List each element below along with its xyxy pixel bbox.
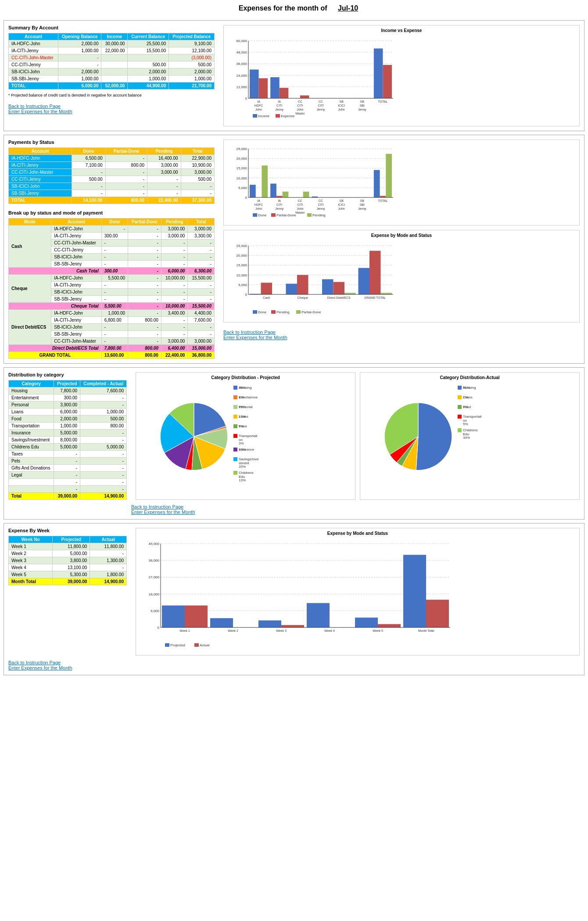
svg-rect-48 [253,114,257,118]
svg-rect-78 [262,165,268,197]
svg-text:25,000: 25,000 [237,244,247,248]
svg-text:CITI: CITI [318,104,323,107]
svg-text:13%: 13% [239,448,246,452]
section-payments: Payments by Status Account Done Partial-… [4,135,584,364]
svg-rect-149 [233,386,237,390]
svg-rect-161 [233,424,237,428]
svg-text:5,000: 5,000 [238,186,247,190]
breakup-title: Break up by status and mode of payment [8,210,219,215]
pcol-total: Total [181,148,214,155]
svg-text:Pending: Pending [276,310,289,314]
svg-text:Done: Done [258,310,267,314]
svg-rect-109 [271,213,276,217]
category-row: Loans6,000.001,000.00 [9,409,127,416]
svg-rect-12 [250,70,259,99]
enter-link-1[interactable]: Enter Expenses for the Month [8,109,72,114]
week-row: Week 111,800.0011,800.00 [9,543,127,550]
svg-text:Jenny: Jenny [275,207,283,211]
svg-text:9,000: 9,000 [151,609,160,613]
pcol-partial: Partial-Done [105,148,147,155]
pcol-done: Done [72,148,105,155]
payments-title: Payments by Status [8,140,219,145]
week-row: Month Total39,000.0014,900.00 [9,578,127,585]
back-link-3[interactable]: Back to Instruction Page [131,504,183,509]
svg-text:51%: 51% [463,386,470,390]
svg-text:ICICI: ICICI [338,104,345,107]
enter-link-3[interactable]: Enter Expenses for the Month [131,509,195,515]
pcol-pending: Pending [147,148,181,155]
enter-link-4[interactable]: Enter Expenses for the Month [8,665,72,670]
svg-text:John: John [338,108,345,111]
svg-text:Actual: Actual [200,643,209,647]
section-summary: Summary By Account Account Opening Balan… [4,20,584,131]
svg-rect-212 [355,618,378,627]
svg-text:Week 5: Week 5 [373,629,383,632]
summary-row: CC-CITI-Jenny-500.00500.00 [9,61,215,68]
category-row: Total39,000.0014,900.00 [9,493,127,500]
category-row: Savings/Investment8,000.00- [9,437,127,444]
svg-rect-84 [386,154,392,197]
svg-text:CC: CC [298,100,302,103]
svg-rect-228 [165,643,169,647]
summary-row: IA-HDFC-John2,000.0030,000.0025,500.009,… [9,40,215,47]
svg-text:IA: IA [278,100,281,103]
svg-text:CITI: CITI [297,104,303,107]
svg-text:Master: Master [295,112,305,115]
svg-text:24,000: 24,000 [237,74,247,78]
svg-text:CC: CC [298,199,302,202]
grand-total-row: GRAND TOTAL13,600.00800.0022,400.0036,80… [9,352,215,359]
svg-rect-216 [281,625,304,627]
svg-rect-175 [233,471,237,475]
svg-text:SB: SB [339,199,344,202]
svg-text:John: John [255,108,262,111]
svg-rect-13 [270,77,280,98]
mode-data-row: ChequeIA-HDFC-John5,500.00-10,000.0015,5… [9,275,215,282]
back-link-1[interactable]: Back to Instruction Page [8,104,61,109]
svg-text:Direct Debit/ECS: Direct Debit/ECS [327,296,351,299]
payments-row: IA-HDFC-John6,500.00-16,400.0022,900.00 [9,155,215,162]
svg-rect-64 [250,185,256,197]
svg-rect-209 [210,618,233,627]
income-expense-chart: 012,00024,00036,00048,00060,000IAHDFCJoh… [226,35,398,122]
payments-row: CC-CITI-Jenny500.00--500.00 [9,176,215,183]
pie-actual-chart: Housing51%Loans7%Food3%Transportation5%C… [363,382,495,487]
week-row: Week 413,100.00- [9,564,127,571]
expense-mode-status-chart-title: Expense by Mode and Status [226,233,577,238]
svg-text:15%: 15% [239,415,246,419]
mode-table: Mode Account Done Partial-Done Pending T… [8,218,215,359]
summary-title: Summary By Account [8,25,219,30]
svg-rect-155 [233,405,237,409]
svg-rect-126 [286,284,298,294]
svg-text:John: John [297,207,303,210]
svg-rect-21 [300,95,309,98]
svg-text:20,000: 20,000 [237,254,247,258]
back-link-2[interactable]: Back to Instruction Page [223,330,276,335]
svg-text:3%: 3% [239,441,244,445]
enter-link-2[interactable]: Enter Expenses for the Month [223,335,287,340]
svg-rect-129 [261,283,272,294]
pie-projected-box: Category Distribution - Projected Housin… [136,372,355,500]
svg-text:Partial-Done: Partial-Done [276,213,296,217]
svg-text:IA: IA [257,199,260,202]
svg-text:CITI: CITI [276,104,282,107]
svg-rect-214 [185,606,208,627]
svg-text:0: 0 [245,293,247,297]
svg-rect-152 [233,395,237,399]
svg-text:Month Total: Month Total [418,629,434,632]
svg-rect-127 [322,279,333,294]
svg-text:SB: SB [339,100,344,103]
svg-text:34%: 34% [463,436,470,440]
category-row: Personal3,900.00- [9,401,127,409]
mode-subtotal-row: Direct Debit/ECS Total7,800.00800.006,40… [9,345,215,352]
section-category: Distribution by category Category Projec… [4,367,584,520]
svg-text:Week 3: Week 3 [276,629,287,632]
payments-row: SB-SBI-Jenny---- [9,190,215,197]
svg-text:CC: CC [319,199,323,202]
mode-data-row: CashIA-HDFC-John--3,000.003,000.00 [9,226,215,233]
svg-text:Jenny: Jenny [358,108,366,111]
svg-text:0: 0 [245,196,247,200]
summary-table: Account Opening Balance Income Current B… [8,33,215,90]
svg-rect-147 [296,310,301,314]
svg-rect-50 [276,114,280,118]
back-link-4[interactable]: Back to Instruction Page [8,660,61,665]
